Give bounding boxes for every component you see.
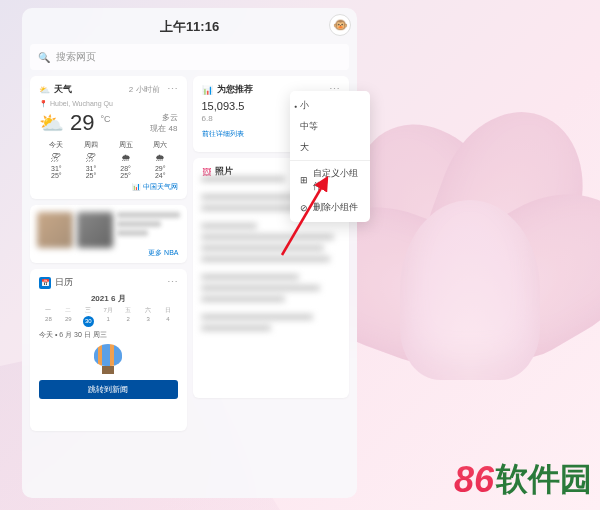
weather-condition-icon: ⛅ bbox=[39, 111, 64, 135]
forecast-day: 今天⛈31°25° bbox=[39, 140, 74, 179]
calendar-widget[interactable]: 📅 日历 ⋯ 2021 6 月 一二三7月五六日 2829301234 今天 •… bbox=[30, 269, 187, 431]
panel-header: 上午11:16 🐵 bbox=[30, 16, 349, 38]
forecast-day: 周四⛈31°25° bbox=[74, 140, 109, 179]
widget-context-menu: 小 中等 大 ⊞自定义小组件 ⊘删除小组件 bbox=[290, 91, 370, 222]
weather-widget[interactable]: ⛅ 天气 2 小时前 ⋯ 📍 Hubei, Wuchang Qu ⛅ 29 °C… bbox=[30, 76, 187, 199]
watermark-text: 软件园 bbox=[496, 458, 592, 502]
menu-separator bbox=[290, 160, 370, 161]
watermark: 86 软件园 bbox=[454, 458, 592, 502]
weather-unit: °C bbox=[100, 114, 110, 124]
calendar-title: 日历 bbox=[55, 276, 73, 289]
menu-customize[interactable]: ⊞自定义小组件 bbox=[290, 163, 370, 197]
search-placeholder: 搜索网页 bbox=[56, 50, 96, 64]
search-box[interactable]: 🔍 搜索网页 bbox=[30, 44, 349, 70]
calendar-more-icon[interactable]: ⋯ bbox=[167, 276, 178, 289]
weather-source[interactable]: 📊 中国天气网 bbox=[39, 182, 178, 192]
calendar-today-label: 今天 • 6 月 30 日 周三 bbox=[39, 330, 178, 340]
sports-more-link[interactable]: 更多 NBA bbox=[148, 248, 178, 258]
calendar-month: 2021 6 月 bbox=[39, 293, 178, 304]
recommend-icon: 📊 bbox=[202, 85, 213, 95]
user-avatar[interactable]: 🐵 bbox=[329, 14, 351, 36]
weather-title: 天气 bbox=[54, 83, 72, 96]
widgets-panel: 上午11:16 🐵 🔍 搜索网页 ⛅ 天气 2 小时前 ⋯ 📍 Hubei, W… bbox=[22, 8, 357, 498]
watermark-number: 86 bbox=[454, 459, 494, 501]
weather-condition: 多云 现在 48 bbox=[150, 112, 177, 134]
weather-location: 📍 Hubei, Wuchang Qu bbox=[39, 100, 178, 108]
weather-updated: 2 小时前 bbox=[129, 84, 160, 95]
menu-remove[interactable]: ⊘删除小组件 bbox=[290, 197, 370, 218]
calendar-icon: 📅 bbox=[39, 277, 51, 289]
calendar-today: 30 bbox=[83, 316, 94, 327]
menu-size-small[interactable]: 小 bbox=[290, 95, 370, 116]
photos-icon: 🖼 bbox=[202, 167, 211, 177]
clock: 上午11:16 bbox=[160, 18, 219, 36]
weather-more-icon[interactable]: ⋯ bbox=[167, 83, 178, 96]
weather-temp: 29 bbox=[70, 110, 94, 136]
balloon-illustration bbox=[92, 344, 124, 376]
unpin-icon: ⊘ bbox=[300, 203, 308, 213]
calendar-news-button[interactable]: 跳转到新闻 bbox=[39, 380, 178, 399]
weather-icon: ⛅ bbox=[39, 85, 50, 95]
forecast-day: 周五🌧28°25° bbox=[108, 140, 143, 179]
calendar-grid: 一二三7月五六日 2829301234 bbox=[39, 306, 178, 327]
sports-widget[interactable]: 更多 NBA bbox=[30, 205, 187, 263]
customize-icon: ⊞ bbox=[300, 175, 308, 185]
recommend-title: 为您推荐 bbox=[217, 83, 253, 96]
menu-size-medium[interactable]: 中等 bbox=[290, 116, 370, 137]
search-icon: 🔍 bbox=[38, 52, 50, 63]
forecast-day: 周六🌧29°24° bbox=[143, 140, 178, 179]
weather-forecast: 今天⛈31°25° 周四⛈31°25° 周五🌧28°25° 周六🌧29°24° bbox=[39, 140, 178, 179]
menu-size-large[interactable]: 大 bbox=[290, 137, 370, 158]
